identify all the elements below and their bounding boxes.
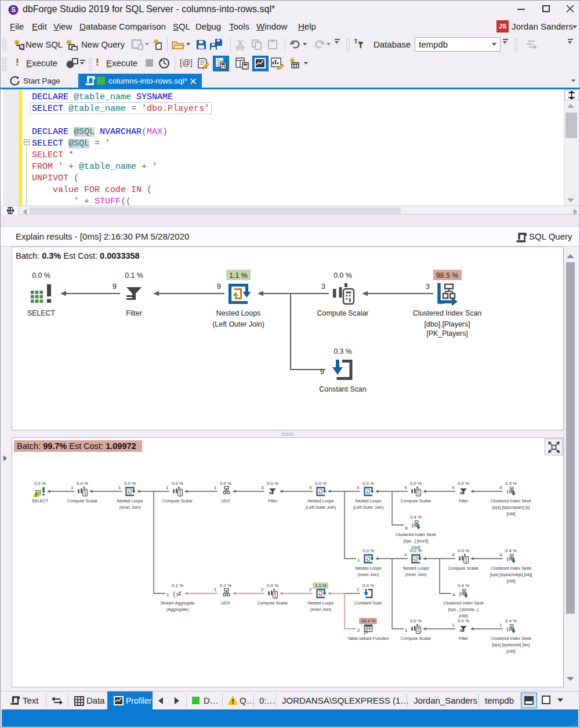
- svg-text:0.0 %: 0.0 %: [34, 481, 46, 486]
- svg-text:1: 1: [166, 485, 169, 490]
- svg-text:0.0 %: 0.0 %: [267, 583, 278, 588]
- svg-text:SELECT: SELECT: [32, 498, 49, 504]
- svg-text:Clustered Index Seek: Clustered Index Seek: [491, 498, 531, 504]
- svg-text:[clst]: [clst]: [507, 511, 516, 516]
- svg-text:0.0 %: 0.0 %: [77, 481, 88, 486]
- svg-text:[sys...] [sov3]: [sys...] [sov3]: [404, 538, 429, 544]
- svg-text:1: 1: [357, 557, 360, 563]
- svg-text:1: 1: [166, 592, 169, 597]
- svg-text:1: 1: [118, 485, 121, 490]
- svg-text:2: 2: [261, 587, 264, 592]
- svg-text:Clustered Index Scan: Clustered Index Scan: [413, 309, 482, 317]
- svg-text:(Inner Join): (Inner Join): [119, 505, 141, 510]
- svg-text:0.4 %: 0.4 %: [505, 618, 517, 624]
- svg-text:[sys].[syscolpars] [c]: [sys].[syscolpars] [c]: [492, 505, 530, 510]
- svg-text:Compute Scalar: Compute Scalar: [162, 498, 193, 504]
- svg-text:9: 9: [113, 282, 117, 291]
- svg-text:[sys].[sysiscols] [isc]: [sys].[sysiscols] [isc]: [492, 642, 530, 647]
- svg-text:4: 4: [452, 552, 455, 557]
- svg-text:Compute Scalar: Compute Scalar: [448, 566, 479, 571]
- svg-text:0.0 %: 0.0 %: [362, 548, 374, 553]
- svg-text:1: 1: [357, 587, 360, 592]
- svg-text:4: 4: [499, 485, 502, 490]
- svg-text:Filter: Filter: [268, 498, 278, 504]
- svg-text:Nested Loops: Nested Loops: [307, 600, 334, 606]
- svg-text:0.0 %: 0.0 %: [458, 618, 469, 624]
- svg-text:0.4 %: 0.4 %: [410, 515, 422, 520]
- svg-text:0.0 %: 0.0 %: [315, 481, 327, 486]
- svg-text:[sys].[sysschobjs] [obj]: [sys].[sysschobjs] [obj]: [490, 572, 532, 577]
- svg-text:4: 4: [357, 485, 360, 490]
- svg-text:(Inner Join): (Inner Join): [310, 607, 332, 612]
- svg-text:Compute Scalar: Compute Scalar: [317, 309, 369, 317]
- svg-text:0.4 %: 0.4 %: [458, 583, 469, 588]
- svg-text:1: 1: [214, 587, 217, 592]
- svg-text:4: 4: [452, 592, 455, 597]
- svg-text:Clustered Index Seek: Clustered Index Seek: [443, 600, 484, 606]
- svg-text:1: 1: [499, 622, 502, 628]
- svg-text:Batch: 0.3% Est Cost: 0.003335: Batch: 0.3% Est Cost: 0.0033358: [16, 251, 140, 260]
- svg-text:Nested Loops: Nested Loops: [403, 566, 429, 571]
- svg-text:0.4 %: 0.4 %: [505, 548, 517, 553]
- svg-text:0.0 %: 0.0 %: [458, 481, 469, 486]
- svg-text:Compute Scalar: Compute Scalar: [401, 498, 432, 504]
- svg-text:Filter: Filter: [459, 498, 469, 504]
- svg-text:[clst]: [clst]: [459, 613, 468, 618]
- svg-text:S: S: [11, 6, 16, 14]
- svg-text:0.3 %: 0.3 %: [505, 481, 517, 486]
- svg-text:0.0 %: 0.0 %: [220, 481, 231, 486]
- svg-text:0.0 %: 0.0 %: [362, 583, 374, 588]
- svg-text:Clustered Index Seek: Clustered Index Seek: [491, 566, 531, 571]
- svg-text:98.5 %: 98.5 %: [436, 271, 459, 280]
- svg-text:9: 9: [405, 526, 408, 531]
- svg-text:0.0 %: 0.0 %: [32, 271, 50, 280]
- svg-text:[dbo].[Players]: [dbo].[Players]: [424, 320, 470, 328]
- svg-text:Clustered Index Seek: Clustered Index Seek: [491, 636, 531, 641]
- svg-text:UDX: UDX: [221, 600, 230, 606]
- svg-text:0.2 %: 0.2 %: [220, 583, 231, 588]
- svg-text:SELECT: SELECT: [27, 309, 56, 317]
- svg-text:0.3 %: 0.3 %: [334, 347, 352, 356]
- svg-text:0.0 %: 0.0 %: [267, 481, 278, 486]
- svg-text:Clustered Index Seek: Clustered Index Seek: [396, 532, 436, 537]
- svg-text:0.0 %: 0.0 %: [124, 481, 136, 486]
- svg-text:Nested Loops: Nested Loops: [216, 309, 260, 317]
- svg-text:Nested Loops: Nested Loops: [117, 498, 143, 504]
- svg-text:Nested Loops: Nested Loops: [355, 498, 381, 504]
- svg-text:96.4 %: 96.4 %: [361, 618, 375, 624]
- svg-text:4: 4: [404, 552, 407, 557]
- svg-text:3: 3: [261, 485, 264, 490]
- svg-text:0.0 %: 0.0 %: [334, 271, 352, 280]
- svg-text:0.1 %: 0.1 %: [172, 583, 183, 588]
- svg-text:1: 1: [214, 485, 217, 490]
- svg-text:1: 1: [405, 628, 408, 633]
- svg-text:[clst]: [clst]: [507, 578, 516, 584]
- svg-text:[sys...] [idxsta...]: [sys...] [idxsta...]: [448, 607, 478, 612]
- svg-text:0.0 %: 0.0 %: [458, 548, 469, 553]
- svg-text:Compute Scalar: Compute Scalar: [258, 600, 288, 606]
- svg-text:0.0 %: 0.0 %: [410, 548, 422, 553]
- svg-text:2: 2: [357, 628, 360, 633]
- svg-text:0.0 %: 0.0 %: [362, 481, 374, 486]
- svg-text:Nested Loops: Nested Loops: [355, 566, 381, 571]
- svg-text:4: 4: [499, 552, 502, 557]
- svg-text:3: 3: [426, 282, 430, 291]
- svg-text:Constant Scan: Constant Scan: [319, 385, 366, 393]
- svg-text:(Left Outer Join): (Left Outer Join): [212, 320, 264, 328]
- svg-text:(Inner Join): (Inner Join): [405, 572, 427, 577]
- svg-text:4: 4: [452, 485, 455, 490]
- svg-text:Compute Scalar: Compute Scalar: [67, 498, 98, 504]
- svg-text:Stream Aggregate: Stream Aggregate: [161, 600, 195, 606]
- svg-text:UDX: UDX: [221, 498, 230, 504]
- svg-text:[PK_Players]: [PK_Players]: [426, 329, 468, 338]
- svg-text:[clst]: [clst]: [507, 649, 516, 654]
- svg-text:Batch: 99.7% Est Cost: 1.09972: Batch: 99.7% Est Cost: 1.09972: [17, 441, 136, 451]
- svg-text:9: 9: [217, 282, 221, 291]
- svg-text:0.0 %: 0.0 %: [172, 481, 183, 486]
- svg-text:(Aggregate): (Aggregate): [166, 607, 189, 612]
- svg-text:1: 1: [71, 485, 74, 490]
- svg-text:9: 9: [320, 368, 324, 376]
- svg-text:0.0 %: 0.0 %: [410, 618, 422, 624]
- svg-text:0.0 %: 0.0 %: [410, 481, 422, 486]
- svg-text:(Left Outer Join): (Left Outer Join): [353, 505, 384, 510]
